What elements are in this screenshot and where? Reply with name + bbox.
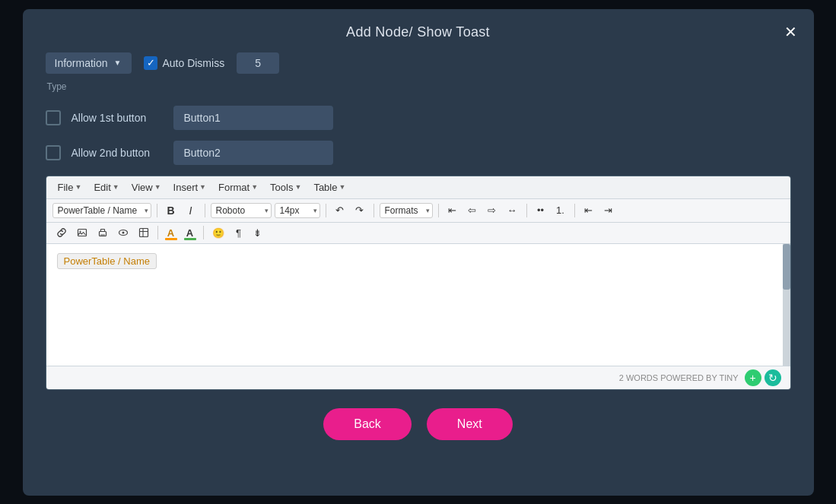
editor-scrollbar[interactable] <box>783 244 790 366</box>
menu-file[interactable]: File ▼ <box>52 179 87 195</box>
toolbar-sep8 <box>157 226 158 239</box>
insert-table-button[interactable] <box>135 225 153 240</box>
bold-button[interactable]: B <box>163 202 180 219</box>
modal-footer: Back Next <box>23 390 814 448</box>
svg-point-4 <box>122 232 124 234</box>
menu-format[interactable]: Format ▼ <box>213 179 263 195</box>
dismiss-value-input[interactable] <box>237 52 279 74</box>
insert-caret-icon: ▼ <box>199 183 206 191</box>
toolbar-sep1 <box>157 204 157 217</box>
numbered-list-button[interactable]: 1. <box>552 202 569 218</box>
close-button[interactable]: ✕ <box>780 21 802 43</box>
formats-select[interactable]: Formats <box>380 203 433 218</box>
emoji-button[interactable]: 🙂 <box>208 225 228 241</box>
table-caret-icon: ▼ <box>339 183 345 191</box>
editor-footer-icons: + ↻ <box>745 369 781 386</box>
menu-table[interactable]: Table ▼ <box>308 179 351 195</box>
menu-edit[interactable]: Edit ▼ <box>88 179 124 195</box>
italic-button[interactable]: I <box>183 202 199 219</box>
file-caret-icon: ▼ <box>75 183 81 191</box>
allow-1st-label: Allow 1st button <box>72 112 163 124</box>
indent-out-button[interactable]: ⇤ <box>580 202 597 218</box>
allow-1st-checkbox[interactable] <box>46 110 61 125</box>
allow-1st-row: Allow 1st button <box>46 106 791 130</box>
footer-icon-teal[interactable]: ↻ <box>764 369 781 386</box>
font-size-wrap: 14px <box>275 203 320 218</box>
word-count-text: 2 WORDS POWERED BY TINY <box>619 373 739 382</box>
editor-footer: 2 WORDS POWERED BY TINY + ↻ <box>46 366 790 389</box>
auto-dismiss-label: ✓ Auto Dismiss <box>144 56 224 70</box>
type-row: Information ▼ ✓ Auto Dismiss <box>46 52 791 74</box>
auto-dismiss-checkbox[interactable]: ✓ <box>144 56 157 70</box>
menu-view[interactable]: View ▼ <box>126 179 167 195</box>
formats-wrap: Formats <box>380 203 433 218</box>
modal-body: Information ▼ ✓ Auto Dismiss Type Allow … <box>23 52 814 390</box>
checkmark-icon: ✓ <box>147 57 155 68</box>
modal-title: Add Node/ Show Toast <box>346 24 490 40</box>
toolbar-sep2 <box>205 204 205 217</box>
auto-dismiss-text: Auto Dismiss <box>162 57 224 69</box>
scrollbar-thumb <box>783 244 790 290</box>
preview-button[interactable] <box>114 225 132 240</box>
edit-caret-icon: ▼ <box>113 183 119 191</box>
toolbar-sep6 <box>526 204 527 217</box>
indent-in-button[interactable]: ⇥ <box>600 202 617 218</box>
allow-2nd-label: Allow 2nd button <box>72 147 163 159</box>
variable-selector[interactable]: PowerTable / Name <box>52 203 151 218</box>
toolbar-sep7 <box>574 204 575 217</box>
refresh-icon: ↻ <box>768 372 777 384</box>
modal: Add Node/ Show Toast ✕ Information ▼ ✓ A… <box>23 9 814 496</box>
rtl-button[interactable]: ⇟ <box>250 225 266 241</box>
align-left-button[interactable]: ⇤ <box>444 202 461 218</box>
text-color-button[interactable]: A <box>163 225 180 241</box>
bullet-list-button[interactable]: •• <box>532 202 549 218</box>
next-button[interactable]: Next <box>427 408 513 440</box>
insert-link-button[interactable] <box>52 225 71 240</box>
view-caret-icon: ▼ <box>154 183 161 191</box>
allow-2nd-row: Allow 2nd button <box>46 141 791 165</box>
highlight-button[interactable]: A <box>182 225 199 241</box>
add-icon: + <box>749 372 755 384</box>
allow-2nd-checkbox[interactable] <box>46 145 61 160</box>
font-name-select[interactable]: Roboto <box>211 203 272 218</box>
tools-caret-icon: ▼ <box>294 183 301 191</box>
dropdown-arrow-icon: ▼ <box>114 59 122 67</box>
close-icon: ✕ <box>784 23 797 41</box>
button2-input[interactable] <box>173 141 333 165</box>
align-justify-button[interactable]: ↔ <box>504 202 521 218</box>
variable-selector-wrap: PowerTable / Name <box>52 203 151 218</box>
editor-menubar: File ▼ Edit ▼ View ▼ Insert ▼ <box>46 176 790 199</box>
align-center-button[interactable]: ⇦ <box>464 202 481 218</box>
toolbar-sep5 <box>438 204 439 217</box>
redo-button[interactable]: ↷ <box>351 202 368 218</box>
align-right-button[interactable]: ⇨ <box>484 202 501 218</box>
editor-toolbar2: A A 🙂 ¶ ⇟ <box>46 223 790 244</box>
modal-overlay: Add Node/ Show Toast ✕ Information ▼ ✓ A… <box>0 0 836 504</box>
insert-image-button[interactable] <box>73 225 91 240</box>
rich-text-editor: File ▼ Edit ▼ View ▼ Insert ▼ <box>46 176 791 390</box>
type-dropdown[interactable]: Information ▼ <box>46 52 132 74</box>
svg-rect-5 <box>139 229 148 237</box>
editor-content-area: PowerTable / Name <box>46 244 790 366</box>
format-caret-icon: ▼ <box>251 183 258 191</box>
back-button[interactable]: Back <box>323 408 412 440</box>
font-size-select[interactable]: 14px <box>275 203 320 218</box>
menu-insert[interactable]: Insert ▼ <box>168 179 211 195</box>
editor-toolbar1: PowerTable / Name B I Roboto 14px <box>46 199 790 223</box>
content-tag: PowerTable / Name <box>57 253 157 269</box>
svg-point-1 <box>79 231 81 233</box>
modal-header: Add Node/ Show Toast ✕ <box>23 9 814 52</box>
toolbar-sep9 <box>203 226 204 239</box>
type-label-text: Type <box>47 81 791 92</box>
ltr-button[interactable]: ¶ <box>230 225 247 241</box>
undo-button[interactable]: ↶ <box>332 202 348 218</box>
menu-tools[interactable]: Tools ▼ <box>265 179 307 195</box>
svg-rect-0 <box>78 230 86 236</box>
print-button[interactable] <box>94 225 112 240</box>
toolbar-sep3 <box>326 204 326 217</box>
footer-icon-green[interactable]: + <box>745 369 761 386</box>
button1-input[interactable] <box>173 106 333 130</box>
editor-content[interactable]: PowerTable / Name <box>46 244 790 366</box>
toolbar-sep4 <box>373 204 374 217</box>
svg-rect-2 <box>99 232 106 236</box>
